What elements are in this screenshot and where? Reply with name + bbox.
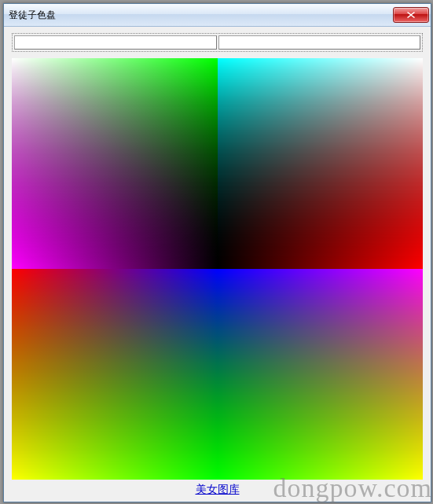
- input-row: [12, 33, 423, 52]
- color-input-left[interactable]: [14, 35, 217, 50]
- window-title: 登徒子色盘: [9, 9, 56, 22]
- palette-quad-2[interactable]: [218, 58, 424, 269]
- palette-quad-1[interactable]: [12, 58, 218, 269]
- titlebar: 登徒子色盘: [4, 4, 431, 27]
- color-palette[interactable]: [12, 58, 423, 480]
- close-button[interactable]: [393, 7, 429, 23]
- palette-quad-4[interactable]: [218, 269, 424, 480]
- color-input-right[interactable]: [218, 35, 421, 50]
- close-icon: [407, 12, 415, 18]
- gallery-link[interactable]: 美女图库: [196, 484, 240, 495]
- app-window: 登徒子色盘: [3, 3, 431, 502]
- client-area: 美女图库 dongpow.com: [4, 27, 431, 502]
- footer-link-row: 美女图库: [12, 480, 423, 497]
- palette-quad-3[interactable]: [12, 269, 218, 480]
